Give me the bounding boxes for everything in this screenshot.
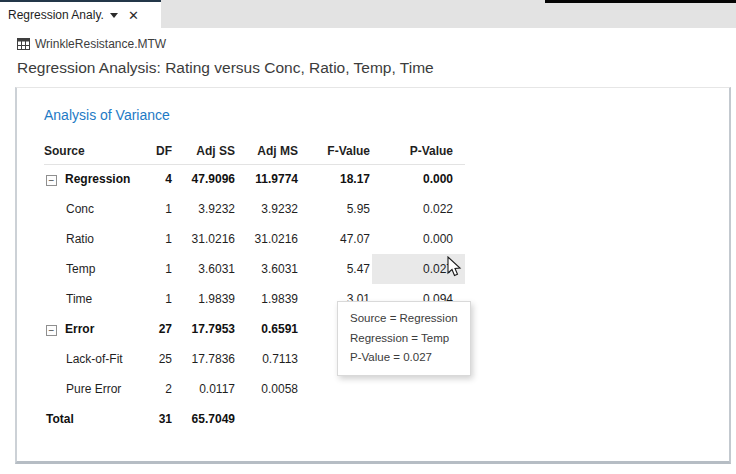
source-cell[interactable]: Pure Error <box>44 374 147 404</box>
adj_ss-cell[interactable]: 31.0216 <box>174 224 237 254</box>
f-cell[interactable] <box>300 404 372 434</box>
anova-header-row: SourceDFAdj SSAdj MSF-ValueP-Value <box>44 138 465 164</box>
adj_ss-cell[interactable]: 0.0117 <box>174 374 237 404</box>
df-cell[interactable]: 4 <box>147 164 174 194</box>
source-cell[interactable]: Ratio <box>44 224 147 254</box>
table-row: Total3165.7049 <box>44 404 465 434</box>
df-cell[interactable]: 1 <box>147 194 174 224</box>
column-header: P-Value <box>372 138 465 164</box>
source-cell[interactable]: −Error <box>44 314 147 344</box>
source-label: Error <box>65 322 94 336</box>
f-cell[interactable]: 18.17 <box>300 164 372 194</box>
adj_ms-cell[interactable]: 0.0058 <box>237 374 300 404</box>
df-cell[interactable]: 27 <box>147 314 174 344</box>
tooltip-line: P-Value = 0.027 <box>350 348 458 368</box>
table-row: −Regression447.909611.977418.170.000 <box>44 164 465 194</box>
df-cell[interactable]: 25 <box>147 344 174 374</box>
worksheet-name: WrinkleResistance.MTW <box>35 37 166 51</box>
f-cell[interactable]: 47.07 <box>300 224 372 254</box>
table-row: Conc13.92323.92325.950.022 <box>44 194 465 224</box>
column-header: F-Value <box>300 138 372 164</box>
df-cell[interactable]: 1 <box>147 284 174 314</box>
adj_ss-cell[interactable]: 3.9232 <box>174 194 237 224</box>
df-cell[interactable]: 2 <box>147 374 174 404</box>
source-cell[interactable]: Time <box>44 284 147 314</box>
p-cell[interactable]: 0.000 <box>372 224 465 254</box>
output-panel: Analysis of Variance SourceDFAdj SSAdj M… <box>15 87 731 464</box>
cell-tooltip: Source = RegressionRegression = TempP-Va… <box>337 301 471 376</box>
column-header: DF <box>147 138 174 164</box>
source-label: Regression <box>65 172 130 186</box>
p-cell[interactable] <box>372 374 465 404</box>
adj_ms-cell[interactable]: 31.0216 <box>237 224 300 254</box>
adj_ms-cell[interactable]: 11.9774 <box>237 164 300 194</box>
anova-table: SourceDFAdj SSAdj MSF-ValueP-Value −Regr… <box>44 138 465 434</box>
tooltip-line: Source = Regression <box>350 309 458 329</box>
p-cell[interactable]: 0.000 <box>372 164 465 194</box>
adj_ms-cell[interactable]: 3.6031 <box>237 254 300 284</box>
adj_ss-cell[interactable]: 3.6031 <box>174 254 237 284</box>
table-row: Temp13.60313.60315.470.027 <box>44 254 465 284</box>
app-window: Regression Analy... ✕ WrinkleResistance.… <box>0 0 736 474</box>
f-cell[interactable] <box>300 374 372 404</box>
page-title: Regression Analysis: Rating versus Conc,… <box>17 59 434 77</box>
source-cell[interactable]: Lack-of-Fit <box>44 344 147 374</box>
adj_ms-cell[interactable] <box>237 404 300 434</box>
table-row: Pure Error20.01170.0058 <box>44 374 465 404</box>
df-cell[interactable]: 31 <box>147 404 174 434</box>
window-top-edge <box>545 0 736 3</box>
adj_ss-cell[interactable]: 17.7836 <box>174 344 237 374</box>
p-cell[interactable] <box>372 404 465 434</box>
source-cell[interactable]: Conc <box>44 194 147 224</box>
column-header: Adj SS <box>174 138 237 164</box>
df-cell[interactable]: 1 <box>147 254 174 284</box>
tooltip-line: Regression = Temp <box>350 329 458 349</box>
adj_ss-cell[interactable]: 65.7049 <box>174 404 237 434</box>
worksheet-link[interactable]: WrinkleResistance.MTW <box>17 37 166 51</box>
adj_ss-cell[interactable]: 17.7953 <box>174 314 237 344</box>
mouse-cursor-icon <box>447 256 464 280</box>
collapse-minus-icon[interactable]: − <box>46 175 57 186</box>
df-cell[interactable]: 1 <box>147 224 174 254</box>
collapse-minus-icon[interactable]: − <box>46 325 57 336</box>
worksheet-grid-icon <box>17 38 30 50</box>
close-icon[interactable]: ✕ <box>128 9 139 22</box>
adj_ms-cell[interactable]: 0.7113 <box>237 344 300 374</box>
source-cell[interactable]: −Regression <box>44 164 147 194</box>
source-cell[interactable]: Temp <box>44 254 147 284</box>
tab-label: Regression Analy... <box>0 8 104 22</box>
adj_ss-cell[interactable]: 1.9839 <box>174 284 237 314</box>
source-cell[interactable]: Total <box>44 404 147 434</box>
f-cell[interactable]: 5.95 <box>300 194 372 224</box>
adj_ms-cell[interactable]: 3.9232 <box>237 194 300 224</box>
adj_ss-cell[interactable]: 47.9096 <box>174 164 237 194</box>
f-cell[interactable]: 5.47 <box>300 254 372 284</box>
table-row: Ratio131.021631.021647.070.000 <box>44 224 465 254</box>
column-header: Adj MS <box>237 138 300 164</box>
tab-regression-analysis[interactable]: Regression Analy... ✕ <box>0 0 161 28</box>
column-header: Source <box>44 138 147 164</box>
adj_ms-cell[interactable]: 0.6591 <box>237 314 300 344</box>
p-cell[interactable]: 0.022 <box>372 194 465 224</box>
chevron-down-icon[interactable] <box>110 13 118 18</box>
section-title: Analysis of Variance <box>44 107 170 123</box>
adj_ms-cell[interactable]: 1.9839 <box>237 284 300 314</box>
